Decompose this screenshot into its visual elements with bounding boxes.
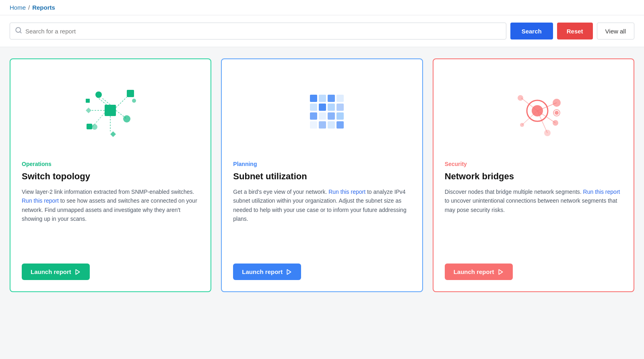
svg-rect-28 [310,112,317,120]
card-image-security [445,71,622,151]
search-icon [15,27,22,35]
card-description-planning: Get a bird's eye view of your network. R… [233,187,411,254]
card-description-security: Discover nodes that bridge multiple netw… [445,187,622,254]
run-report-link-security[interactable]: Run this report [583,189,620,195]
svg-rect-20 [310,95,317,102]
card-category-security: Security [445,161,622,167]
card-image-planning [233,71,411,151]
run-report-link-operations[interactable]: Run this report [22,197,59,204]
breadcrumb-current: Reports [32,4,55,11]
svg-rect-30 [328,112,335,120]
svg-rect-2 [105,105,116,116]
launch-button-planning[interactable]: Launch report [233,264,301,280]
svg-marker-11 [86,108,91,113]
svg-rect-27 [336,104,344,111]
launch-icon-security [497,269,504,275]
svg-rect-3 [127,90,134,97]
svg-rect-22 [328,95,335,102]
launch-icon-planning [286,269,292,275]
svg-rect-33 [319,121,326,129]
search-button[interactable]: Search [510,23,553,39]
svg-rect-35 [336,121,344,129]
svg-rect-31 [336,112,344,120]
search-input-wrapper [10,23,506,39]
svg-point-41 [518,95,523,101]
svg-marker-51 [499,270,502,274]
breadcrumb-home-link[interactable]: Home [10,4,26,11]
svg-line-14 [116,110,127,119]
svg-line-1 [20,31,21,33]
svg-marker-36 [287,270,291,274]
svg-rect-34 [328,121,335,129]
svg-rect-23 [336,95,344,102]
svg-marker-10 [110,131,116,137]
svg-line-12 [102,98,110,105]
run-report-link-planning[interactable]: Run this report [328,189,365,195]
launch-icon-operations [74,269,81,275]
card-title-operations: Switch topology [22,171,199,182]
svg-point-9 [132,99,136,103]
svg-rect-4 [87,124,92,129]
view-all-button[interactable]: View all [597,23,634,39]
breadcrumb: Home / Reports [0,0,644,15]
svg-rect-32 [310,121,317,129]
svg-point-8 [92,124,97,130]
svg-rect-25 [319,104,326,111]
card-title-planning: Subnet utilization [233,171,411,182]
svg-line-48 [522,111,537,125]
card-category-operations: Operations [22,161,199,167]
svg-rect-26 [328,104,335,111]
svg-line-13 [116,97,127,108]
cards-container: Operations Switch topology View layer-2 … [0,47,644,303]
card-description-operations: View layer-2 link information extracted … [22,187,199,254]
svg-point-44 [555,111,559,115]
card-image-operations [22,71,199,151]
svg-marker-19 [76,270,79,274]
card-planning: Planning Subnet utilization Get a bird's… [221,58,423,292]
search-input[interactable] [25,28,501,35]
card-title-security: Network bridges [445,171,622,182]
card-security: Security Network bridges Discover nodes … [433,58,634,292]
svg-point-6 [95,91,102,98]
launch-button-operations[interactable]: Launch report [22,264,90,280]
launch-button-security[interactable]: Launch report [445,264,513,280]
svg-line-47 [521,98,537,111]
svg-rect-24 [310,104,317,111]
card-operations: Operations Switch topology View layer-2 … [10,58,211,292]
breadcrumb-separator: / [28,4,30,11]
search-bar: Search Reset View all [0,15,644,47]
svg-rect-29 [319,112,326,120]
svg-rect-5 [86,99,90,103]
card-category-planning: Planning [233,161,411,167]
reset-button[interactable]: Reset [557,23,593,39]
svg-rect-21 [319,95,326,102]
